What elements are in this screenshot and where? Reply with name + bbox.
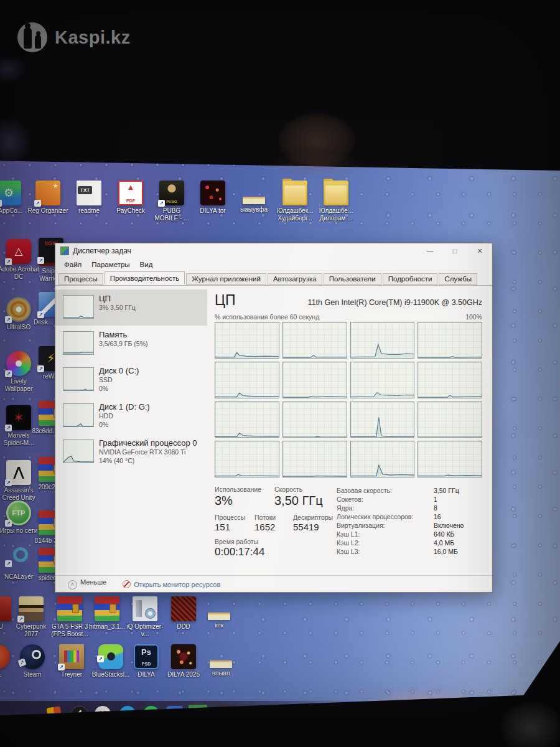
tab-services[interactable]: Службы (439, 273, 477, 285)
bookshelf-folder-icon (59, 644, 84, 669)
cpu-core-graph (418, 441, 482, 477)
desktop-icon-folder-1[interactable]: Юлдашбек... Худайберг... (274, 181, 315, 222)
spec-label: Кэш L3: (337, 548, 425, 555)
task-manager-window: Диспетчер задач — □ ✕ Файл Параметры Вид… (55, 243, 493, 593)
title-bar[interactable]: Диспетчер задач — □ ✕ (55, 243, 492, 258)
desktop-icon-cyberpunk[interactable]: Cyberpunk 2077 (11, 596, 52, 637)
axis-label: % использования более 60 секунд (215, 313, 319, 321)
icon-label: кпк (198, 622, 240, 629)
sidebar-item-title: Память (99, 330, 203, 339)
tab-users[interactable]: Пользователи (324, 273, 381, 285)
desktop-icon-file-bar-1[interactable]: ыаыувфа (233, 181, 274, 214)
processes-label: Процессы (215, 514, 254, 521)
desktop-icon-vpyvp[interactable]: впывп (200, 644, 241, 677)
cd-disc-icon (6, 297, 31, 322)
spec-label: Базовая скорость: (337, 487, 425, 494)
folder-icon (324, 181, 348, 205)
spec-value: 1 (434, 496, 482, 503)
minimize-button[interactable]: — (418, 243, 442, 258)
gauge-icon (123, 580, 131, 588)
icon-label: Cyberpunk 2077 (11, 623, 52, 637)
menu-options[interactable]: Параметры (86, 261, 134, 268)
spider-game-icon (6, 405, 31, 430)
menu-file[interactable]: Файл (59, 261, 86, 268)
sidebar-item-title: ЦП (99, 294, 203, 303)
icon-label: впывп (200, 670, 241, 677)
tab-app-history[interactable]: Журнал приложений (186, 273, 266, 285)
cpu-detail-pane: ЦП 11th Gen Intel(R) Core(TM) i9-11900K … (207, 286, 492, 576)
cpu-spec-list: Базовая скорость:3,50 ГГц Сокетов:1 Ядра… (337, 486, 482, 564)
desktop-icon-dilya-2025[interactable]: DILYA 2025 (163, 644, 204, 679)
photo-frame: 3AppCo... Reg Organizer readme PayCheck … (0, 0, 560, 747)
desktop-icon-gta5[interactable]: GTA 5 FSR 3 (FPS Boost... (49, 596, 90, 637)
kaspi-watermark: Kaspi.kz (17, 22, 131, 52)
pdf-file-icon (118, 181, 143, 205)
desktop-icon-readme[interactable]: readme (68, 181, 110, 215)
spec-value: 640 КБ (434, 530, 482, 538)
maximize-button[interactable]: □ (442, 243, 467, 258)
spec-value: 4,0 МБ (434, 539, 482, 547)
tab-processes[interactable]: Процессы (58, 273, 103, 285)
task-manager-app-icon (60, 247, 69, 255)
person-reflection-shoulders (268, 153, 367, 178)
desktop-icon-pubg[interactable]: PUBG MOBILE - ... (151, 181, 192, 222)
sidebar-item-disk0[interactable]: Диск 0 (C:) SSD 0% (55, 362, 207, 398)
desktop-icon-hitman[interactable]: hitman_3.1... (86, 596, 128, 631)
desktop-icon-3appco[interactable]: 3AppCo... (0, 181, 29, 215)
desktop-icon-dilya-psd[interactable]: DILYA (126, 644, 167, 679)
sidebar-item-gpu[interactable]: Графический процессор 0 NVIDIA GeForce R… (55, 434, 207, 470)
desktop-icon-iq-optimizer[interactable]: iQ Optimizer-v... (124, 596, 166, 637)
desktop-icon-reg-organizer[interactable]: Reg Organizer (27, 181, 68, 215)
cpu-core-graph (350, 402, 415, 438)
cpu-core-graph (350, 362, 415, 398)
disk0-mini-graph (63, 367, 94, 391)
cpu-mini-graph (63, 295, 94, 319)
cpu-core-graph (418, 402, 482, 438)
icon-label: readme (68, 207, 110, 215)
icon-label: Reg Organizer (27, 207, 68, 215)
sidebar-item-disk1[interactable]: Диск 1 (D: G:) HDD 0% (55, 398, 207, 434)
icon-label: PayCheck (110, 207, 151, 215)
handles-value: 55419 (293, 522, 333, 532)
sidebar-item-cpu[interactable]: ЦП 3% 3,50 ГГц (55, 289, 207, 326)
adobe-acrobat-icon (6, 239, 31, 264)
pubg-game-icon (159, 181, 184, 205)
logical-processor-grid (215, 322, 482, 477)
icon-label: iQ Optimizer-v... (124, 623, 166, 637)
cpu-core-graph (215, 362, 279, 398)
spec-label: Виртуализация: (337, 522, 425, 529)
bluestacks-icon (98, 644, 123, 669)
close-button[interactable]: ✕ (467, 243, 492, 258)
txt-file-icon (77, 181, 101, 205)
fewer-details-button[interactable]: ∧Меньше (68, 578, 106, 590)
tab-performance[interactable]: Производительность (105, 271, 185, 284)
uptime-value: 0:00:17:44 (215, 546, 264, 558)
tab-startup[interactable]: Автозагрузка (268, 273, 322, 285)
sidebar-item-sub: 14% (40 °C) (99, 457, 203, 465)
kaspi-brand-text: Kaspi.kz (55, 27, 131, 48)
cpu-core-graph (282, 441, 347, 477)
pane-title: ЦП (215, 292, 236, 309)
icon-label: Steam (12, 671, 53, 679)
icon-label: ыаыувфа (233, 206, 274, 214)
icon-label: DILYA (126, 671, 167, 679)
assassins-creed-icon (6, 460, 31, 485)
menu-view[interactable]: Вид (135, 261, 158, 268)
speed-label: Скорость (274, 486, 323, 493)
icon-label: hitman_3.1... (86, 623, 128, 631)
desktop-icon-dilya-tor[interactable]: DILYA tor (192, 181, 233, 215)
sidebar-item-sub: 0% (99, 421, 203, 429)
sidebar-item-memory[interactable]: Память 3,5/63,9 ГБ (5%) (55, 326, 207, 362)
desktop-icon-kpk[interactable]: кпк (198, 596, 240, 629)
open-resource-monitor-link[interactable]: Открыть монитор ресурсов (123, 580, 220, 588)
pc-installer-icon (133, 596, 157, 621)
desktop-icon-paycheck[interactable]: PayCheck (110, 181, 151, 215)
desktop-icon-steam[interactable]: Steam (12, 644, 53, 679)
sidebar-item-sub: 3% 3,50 ГГц (99, 304, 203, 312)
android-app-icon (0, 181, 21, 205)
red-app-icon (0, 596, 11, 621)
tab-details[interactable]: Подробности (383, 273, 438, 285)
desktop-icon-treyner[interactable]: Treyner (51, 644, 92, 679)
desktop-icon-folder-2[interactable]: Юлдашбе... Дилорам ... (315, 181, 357, 222)
photoshop-file-icon (134, 644, 159, 669)
